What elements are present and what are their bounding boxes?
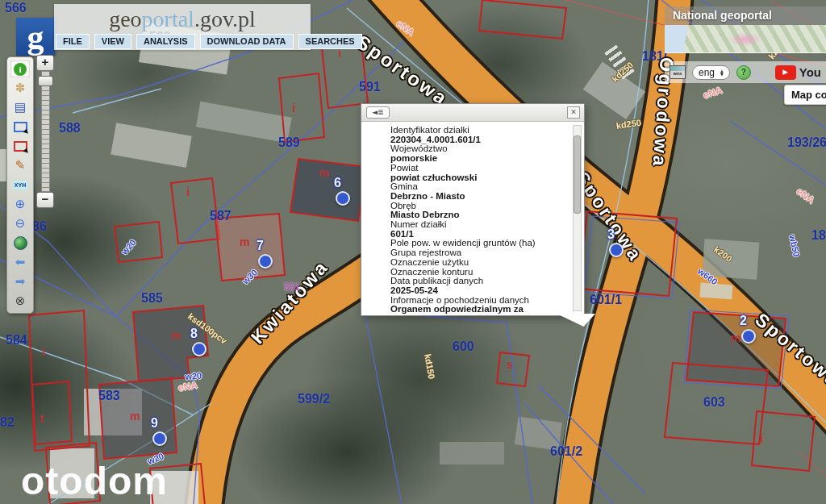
- select-area-blue-icon[interactable]: ▶: [10, 119, 30, 135]
- overview-minimap[interactable]: [665, 25, 826, 53]
- popup-row: Informacje o pochodzeniu danychOrganem o…: [390, 296, 569, 315]
- marker-number: 8: [190, 327, 198, 341]
- language-value: eng: [699, 67, 715, 78]
- map-content-button[interactable]: Map co: [784, 85, 826, 105]
- icon-glyph: ⬅: [15, 256, 26, 269]
- zoom-out-icon[interactable]: ⊖: [10, 215, 30, 232]
- utility-label: kd250: [615, 118, 642, 131]
- parcel-label: 591: [359, 80, 381, 94]
- parcel-label: 587: [210, 209, 232, 223]
- landuse-letter: s: [507, 358, 513, 371]
- utility-label: k200: [712, 244, 734, 264]
- icon-glyph: ⊗: [15, 295, 26, 307]
- utility-label: w660: [696, 266, 720, 287]
- popup-row: Województwopomorskie: [390, 144, 569, 163]
- info-icon[interactable]: i: [10, 60, 30, 77]
- measure-pencil-icon[interactable]: ✎: [10, 157, 30, 174]
- parcel-label: 589: [278, 135, 300, 150]
- popup-scrollbar[interactable]: [573, 125, 582, 311]
- popup-row: ObrębMiasto Debrzno: [390, 202, 569, 220]
- popup-field-label: Powiat: [390, 164, 569, 173]
- parcel-label: 603: [703, 395, 725, 410]
- menu-download-data[interactable]: DOWNLOAD DATA: [200, 34, 294, 49]
- coordinates-xyh-icon[interactable]: XYH: [10, 177, 30, 194]
- popup-row: Data publikacji danych2025-05-24: [390, 277, 569, 295]
- icon-glyph: XYH: [13, 181, 27, 190]
- language-select[interactable]: eng ▲▼: [692, 65, 730, 80]
- icon-glyph: i: [14, 63, 27, 76]
- marker-dot: [192, 342, 206, 356]
- popup-row: Identyfikator działki220304_4.0001.601/1: [390, 126, 569, 144]
- select-arrows-icon: ▲▼: [720, 69, 724, 76]
- zoom-out-button[interactable]: −: [36, 192, 54, 208]
- wms-icon-label: wms: [670, 71, 685, 77]
- parcel-label: 584: [6, 333, 27, 348]
- menu-analysis[interactable]: ANALYSIS: [136, 34, 195, 49]
- parcel-label: 599/2: [298, 392, 330, 406]
- popup-field-value: Organem odpowiedzialnym za prezentowane …: [390, 305, 569, 315]
- paw-icon[interactable]: ✽: [10, 80, 30, 97]
- title-geo: geo: [109, 6, 141, 31]
- title-portal: portal: [142, 6, 194, 31]
- icon-glyph: ⊕: [15, 198, 26, 210]
- utility-label: wb50: [787, 234, 801, 257]
- menu-view[interactable]: VIEW: [94, 34, 131, 49]
- street-label-sportowa: Sportowa: [352, 31, 453, 110]
- popup-field-label: Numer działki: [390, 220, 569, 230]
- wms-icon[interactable]: wms: [670, 65, 686, 79]
- parcel-label: 193/26: [787, 135, 826, 150]
- menu-searches[interactable]: SEARCHES: [298, 34, 362, 49]
- popup-field-label: Identyfikator działki: [390, 126, 569, 135]
- icon-glyph: ✽: [15, 82, 26, 94]
- icon-glyph: [14, 236, 27, 250]
- utility-label: eNA: [394, 18, 417, 38]
- zoom-slider-handle[interactable]: [38, 76, 53, 86]
- previous-view-icon[interactable]: ⬅: [10, 254, 30, 271]
- landuse-letter: t: [40, 412, 44, 425]
- landuse-letter: i: [186, 185, 190, 198]
- national-geoportal-panel: National geoportal wms eng ▲▼ ? ▶ You Ma…: [665, 6, 826, 103]
- zoom-in-icon[interactable]: ⊕: [10, 196, 30, 213]
- next-view-icon[interactable]: ➡: [10, 273, 30, 290]
- title-suffix: .gov.pl: [194, 6, 256, 31]
- select-area-red-icon[interactable]: ▶: [10, 138, 30, 155]
- popup-field-value: 2025-05-24: [390, 286, 569, 296]
- page-title: geoportal.gov.pl: [54, 6, 311, 32]
- street-label-sportowa: Sportowa: [751, 309, 826, 392]
- parcel-label: 82: [0, 415, 15, 430]
- otodom-watermark: otodom: [21, 459, 168, 503]
- utility-label: kd250: [610, 60, 635, 84]
- popup-scrollbar-thumb[interactable]: [574, 135, 581, 214]
- zoom-in-button[interactable]: +: [36, 55, 54, 71]
- feature-list-button[interactable]: ◄≣: [366, 106, 390, 119]
- marker-dot: [609, 243, 624, 257]
- marker-number: 7: [257, 239, 264, 253]
- icon-glyph: ➡: [15, 276, 26, 288]
- menu-file[interactable]: FILE: [56, 34, 90, 49]
- marker-number: 3: [607, 227, 615, 242]
- marker-number: 6: [334, 176, 341, 190]
- landuse-letter: i: [42, 345, 45, 358]
- clear-close-icon[interactable]: ⊗: [10, 293, 30, 310]
- geoportal-logo[interactable]: g: [16, 18, 55, 56]
- youtube-link[interactable]: ▶ You: [775, 65, 821, 80]
- layers-form-icon[interactable]: ▤: [10, 99, 30, 116]
- icon-glyph: ⊖: [15, 218, 26, 230]
- parcel-label: 601/2: [550, 444, 582, 459]
- panel-controls: wms eng ▲▼ ? ▶ You: [665, 61, 826, 83]
- zoom-slider-track[interactable]: [41, 71, 50, 192]
- parcel-label: 585: [141, 291, 163, 306]
- close-icon[interactable]: ✕: [567, 106, 580, 119]
- parcel-label: 583: [98, 389, 120, 403]
- icon-glyph: ▤: [15, 102, 26, 114]
- landuse-letter: m: [171, 329, 181, 342]
- marker-number: 9: [151, 416, 158, 431]
- parcel-label: 588: [59, 121, 81, 135]
- landuse-letter: m: [130, 410, 140, 423]
- parcel-label: 566: [5, 1, 27, 15]
- popup-row: Oznaczenie użytku: [390, 258, 569, 268]
- main-menu: FILEVIEWANALYSISDOWNLOAD DATASEARCHES: [56, 34, 362, 49]
- globe-icon[interactable]: [10, 235, 30, 252]
- help-button[interactable]: ?: [736, 65, 751, 80]
- parcel-label: 18: [811, 228, 826, 243]
